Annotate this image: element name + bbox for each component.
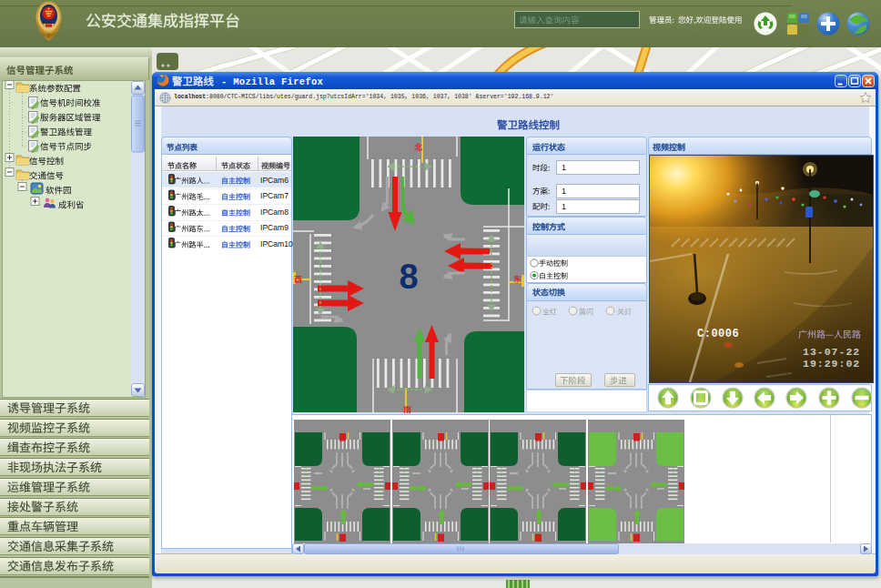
svg-text:8: 8 xyxy=(399,258,418,296)
